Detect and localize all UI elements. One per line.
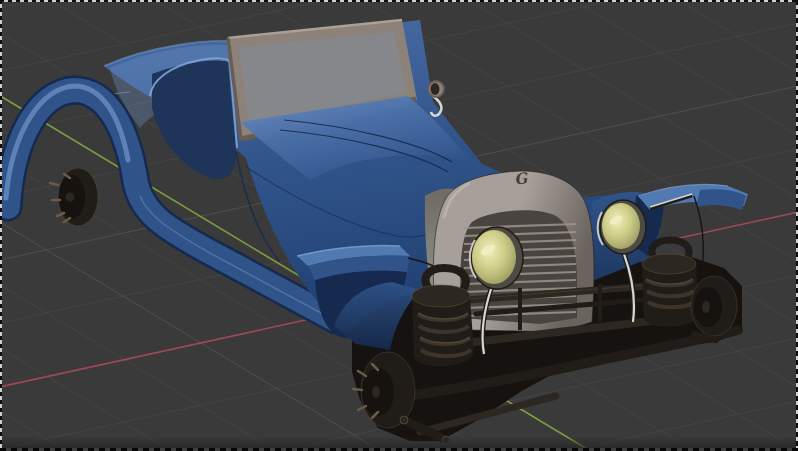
rear-wheel[interactable] xyxy=(50,168,98,226)
selection-border-top xyxy=(0,0,798,2)
mirror-glass xyxy=(431,83,440,95)
car-model[interactable]: G xyxy=(6,20,748,444)
tower-top xyxy=(412,285,470,307)
viewport-3d[interactable]: G xyxy=(0,0,798,451)
selection-border-left xyxy=(0,0,2,451)
lamp-lens xyxy=(472,230,516,284)
headlight-left[interactable] xyxy=(470,227,523,289)
drum-hub xyxy=(372,386,380,398)
tower-top xyxy=(642,254,696,274)
rear-hub xyxy=(66,193,75,202)
link-bolt-1 xyxy=(400,416,408,424)
screenshot-frame: G xyxy=(0,0,798,451)
spring-tower-right[interactable] xyxy=(642,240,699,327)
drum-hub xyxy=(702,301,710,313)
lamp-lens xyxy=(602,203,640,249)
